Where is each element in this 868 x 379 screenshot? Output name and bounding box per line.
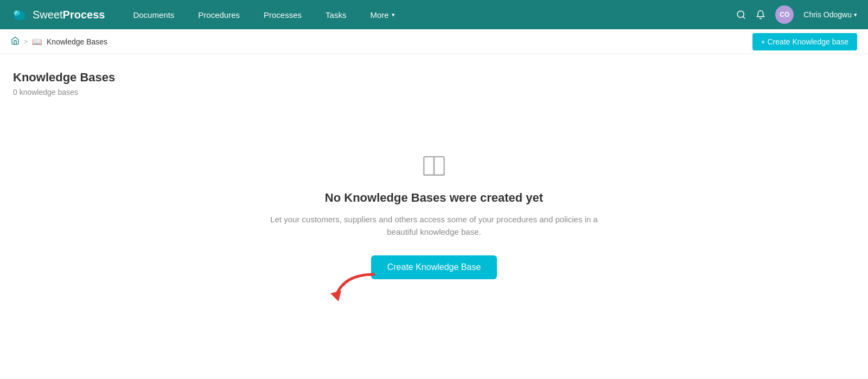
page-content: Knowledge Bases 0 knowledge bases No Kno… (0, 54, 868, 317)
create-knowledge-base-header-button[interactable]: + Create Knowledge base (752, 33, 858, 50)
chevron-down-icon: ▾ (392, 11, 395, 18)
breadcrumb-bar: > 📖 Knowledge Bases + Create Knowledge b… (0, 29, 868, 54)
nav-right: CO Chris Odogwu ▾ (736, 5, 857, 24)
user-chevron-icon: ▾ (854, 11, 857, 18)
brand-name: SweetProcess (33, 9, 105, 21)
breadcrumb-current-page: Knowledge Bases (47, 37, 107, 46)
brand-logo-link[interactable]: SweetProcess (11, 6, 105, 23)
knowledge-base-icon: 📖 (32, 37, 42, 47)
nav-more[interactable]: More ▾ (358, 0, 406, 29)
svg-line-5 (743, 16, 745, 18)
user-name-label[interactable]: Chris Odogwu ▾ (803, 10, 857, 19)
knowledge-bases-count: 0 knowledge bases (13, 88, 855, 97)
breadcrumb: > 📖 Knowledge Bases (11, 36, 107, 47)
svg-marker-6 (330, 291, 341, 301)
book-icon (419, 151, 449, 181)
svg-point-3 (16, 11, 16, 12)
navbar: SweetProcess Documents Procedures Proces… (0, 0, 868, 29)
empty-state-title: No Knowledge Bases were created yet (325, 191, 543, 205)
nav-links: Documents Procedures Processes Tasks Mor… (121, 0, 736, 29)
nav-documents[interactable]: Documents (121, 0, 186, 29)
svg-point-1 (14, 10, 20, 16)
empty-state-description: Let your customers, suppliers and others… (260, 214, 608, 238)
nav-processes[interactable]: Processes (252, 0, 314, 29)
home-icon[interactable] (11, 36, 20, 47)
breadcrumb-separator: > (24, 38, 28, 46)
create-knowledge-base-main-button[interactable]: Create Knowledge Base (371, 255, 497, 279)
search-icon[interactable] (736, 10, 746, 20)
empty-state: No Knowledge Bases were created yet Let … (13, 118, 855, 301)
bell-icon[interactable] (756, 10, 765, 20)
page-title: Knowledge Bases (13, 70, 855, 85)
user-avatar[interactable]: CO (775, 5, 794, 24)
nav-tasks[interactable]: Tasks (314, 0, 358, 29)
nav-procedures[interactable]: Procedures (186, 0, 252, 29)
